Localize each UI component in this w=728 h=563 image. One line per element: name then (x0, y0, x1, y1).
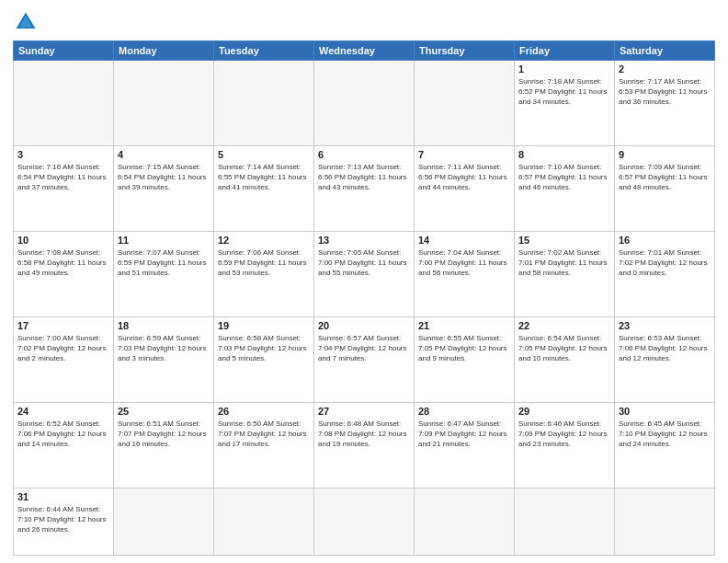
day-info: Sunrise: 7:16 AM Sunset: 6:54 PM Dayligh… (17, 162, 109, 193)
day-info: Sunrise: 7:13 AM Sunset: 6:56 PM Dayligh… (318, 162, 410, 193)
day-info: Sunrise: 7:02 AM Sunset: 7:01 PM Dayligh… (518, 247, 610, 279)
calendar-cell: 21Sunrise: 6:55 AM Sunset: 7:05 PM Dayli… (415, 316, 515, 402)
calendar-cell: 13Sunrise: 7:05 AM Sunset: 7:00 PM Dayli… (314, 231, 415, 316)
calendar-cell: 2Sunrise: 7:17 AM Sunset: 6:53 PM Daylig… (615, 61, 715, 146)
calendar-cell: 24Sunrise: 6:52 AM Sunset: 7:06 PM Dayli… (14, 402, 114, 488)
page: SundayMondayTuesdayWednesdayThursdayFrid… (0, 0, 728, 563)
weekday-header: Wednesday (314, 41, 415, 61)
day-number: 31 (17, 491, 109, 502)
day-info: Sunrise: 7:08 AM Sunset: 6:58 PM Dayligh… (17, 247, 109, 279)
day-info: Sunrise: 6:48 AM Sunset: 7:08 PM Dayligh… (318, 419, 410, 450)
calendar-cell (615, 488, 715, 555)
calendar-week-row: 31Sunrise: 6:44 AM Sunset: 7:10 PM Dayli… (14, 488, 715, 555)
day-info: Sunrise: 6:57 AM Sunset: 7:04 PM Dayligh… (318, 333, 410, 364)
day-number: 20 (318, 320, 410, 331)
calendar-cell: 3Sunrise: 7:16 AM Sunset: 6:54 PM Daylig… (14, 145, 114, 231)
day-number: 30 (619, 406, 711, 417)
day-number: 6 (318, 149, 410, 160)
calendar-cell: 6Sunrise: 7:13 AM Sunset: 6:56 PM Daylig… (314, 145, 415, 231)
day-info: Sunrise: 7:06 AM Sunset: 6:59 PM Dayligh… (218, 247, 310, 279)
calendar-cell: 19Sunrise: 6:58 AM Sunset: 7:03 PM Dayli… (214, 316, 314, 402)
calendar-cell: 14Sunrise: 7:04 AM Sunset: 7:00 PM Dayli… (415, 231, 515, 316)
day-number: 16 (619, 235, 711, 246)
day-number: 24 (17, 406, 109, 417)
day-number: 23 (619, 320, 711, 331)
calendar-cell: 30Sunrise: 6:45 AM Sunset: 7:10 PM Dayli… (615, 402, 715, 488)
day-number: 2 (619, 63, 711, 75)
day-info: Sunrise: 7:04 AM Sunset: 7:00 PM Dayligh… (418, 247, 510, 279)
logo (13, 9, 42, 35)
calendar-cell: 12Sunrise: 7:06 AM Sunset: 6:59 PM Dayli… (214, 231, 314, 316)
calendar-week-row: 3Sunrise: 7:16 AM Sunset: 6:54 PM Daylig… (14, 145, 715, 231)
day-number: 27 (318, 406, 410, 417)
day-info: Sunrise: 7:17 AM Sunset: 6:53 PM Dayligh… (619, 76, 711, 108)
weekday-header-row: SundayMondayTuesdayWednesdayThursdayFrid… (14, 41, 715, 61)
day-number: 22 (518, 320, 610, 331)
day-number: 13 (318, 235, 410, 246)
day-number: 17 (17, 320, 109, 331)
day-number: 28 (418, 406, 510, 417)
calendar-cell: 10Sunrise: 7:08 AM Sunset: 6:58 PM Dayli… (14, 231, 114, 316)
day-info: Sunrise: 6:44 AM Sunset: 7:10 PM Dayligh… (17, 504, 109, 535)
calendar-cell: 22Sunrise: 6:54 AM Sunset: 7:05 PM Dayli… (515, 316, 615, 402)
day-number: 8 (518, 149, 610, 160)
day-info: Sunrise: 7:10 AM Sunset: 6:57 PM Dayligh… (518, 162, 610, 193)
day-number: 1 (518, 63, 610, 75)
calendar-cell (415, 61, 515, 146)
day-info: Sunrise: 7:14 AM Sunset: 6:55 PM Dayligh… (218, 162, 310, 193)
calendar-cell: 26Sunrise: 6:50 AM Sunset: 7:07 PM Dayli… (214, 402, 314, 488)
calendar-cell: 18Sunrise: 6:59 AM Sunset: 7:03 PM Dayli… (114, 316, 214, 402)
day-number: 12 (218, 235, 310, 246)
calendar-cell (314, 488, 415, 555)
calendar-cell: 23Sunrise: 6:53 AM Sunset: 7:06 PM Dayli… (615, 316, 715, 402)
day-number: 7 (418, 149, 510, 160)
day-number: 29 (518, 406, 610, 417)
day-number: 18 (118, 320, 210, 331)
day-info: Sunrise: 6:54 AM Sunset: 7:05 PM Dayligh… (518, 333, 610, 364)
calendar-cell: 25Sunrise: 6:51 AM Sunset: 7:07 PM Dayli… (114, 402, 214, 488)
calendar-cell: 1Sunrise: 7:18 AM Sunset: 6:52 PM Daylig… (515, 61, 615, 146)
calendar-cell: 20Sunrise: 6:57 AM Sunset: 7:04 PM Dayli… (314, 316, 415, 402)
calendar-week-row: 17Sunrise: 7:00 AM Sunset: 7:02 PM Dayli… (14, 316, 715, 402)
weekday-header: Monday (114, 41, 214, 61)
weekday-header: Tuesday (214, 41, 314, 61)
day-info: Sunrise: 7:15 AM Sunset: 6:54 PM Dayligh… (118, 162, 210, 193)
day-info: Sunrise: 6:53 AM Sunset: 7:06 PM Dayligh… (619, 333, 711, 364)
calendar-cell (214, 488, 314, 555)
calendar-cell (114, 488, 214, 555)
calendar-cell (415, 488, 515, 555)
day-number: 19 (218, 320, 310, 331)
weekday-header: Friday (515, 41, 615, 61)
calendar-week-row: 24Sunrise: 6:52 AM Sunset: 7:06 PM Dayli… (14, 402, 715, 488)
calendar-cell: 4Sunrise: 7:15 AM Sunset: 6:54 PM Daylig… (114, 145, 214, 231)
calendar-cell: 16Sunrise: 7:01 AM Sunset: 7:02 PM Dayli… (615, 231, 715, 316)
day-number: 15 (518, 235, 610, 246)
day-info: Sunrise: 6:50 AM Sunset: 7:07 PM Dayligh… (218, 419, 310, 450)
day-number: 9 (619, 149, 711, 160)
day-info: Sunrise: 6:47 AM Sunset: 7:09 PM Dayligh… (418, 419, 510, 450)
day-info: Sunrise: 6:52 AM Sunset: 7:06 PM Dayligh… (17, 419, 109, 450)
day-info: Sunrise: 6:51 AM Sunset: 7:07 PM Dayligh… (118, 419, 210, 450)
calendar-cell: 27Sunrise: 6:48 AM Sunset: 7:08 PM Dayli… (314, 402, 415, 488)
day-number: 11 (118, 235, 210, 246)
calendar-cell: 7Sunrise: 7:11 AM Sunset: 6:56 PM Daylig… (415, 145, 515, 231)
day-number: 21 (418, 320, 510, 331)
day-number: 10 (17, 235, 109, 246)
calendar-cell: 9Sunrise: 7:09 AM Sunset: 6:57 PM Daylig… (615, 145, 715, 231)
day-number: 14 (418, 235, 510, 246)
day-info: Sunrise: 6:45 AM Sunset: 7:10 PM Dayligh… (619, 419, 711, 450)
day-info: Sunrise: 7:09 AM Sunset: 6:57 PM Dayligh… (619, 162, 711, 193)
day-number: 25 (118, 406, 210, 417)
day-info: Sunrise: 7:00 AM Sunset: 7:02 PM Dayligh… (17, 333, 109, 364)
day-info: Sunrise: 7:07 AM Sunset: 6:59 PM Dayligh… (118, 247, 210, 279)
calendar-week-row: 10Sunrise: 7:08 AM Sunset: 6:58 PM Dayli… (14, 231, 715, 316)
calendar: SundayMondayTuesdayWednesdayThursdayFrid… (13, 40, 715, 556)
day-info: Sunrise: 6:55 AM Sunset: 7:05 PM Dayligh… (418, 333, 510, 364)
day-number: 4 (118, 149, 210, 160)
weekday-header: Thursday (415, 41, 515, 61)
calendar-cell: 31Sunrise: 6:44 AM Sunset: 7:10 PM Dayli… (14, 488, 114, 555)
calendar-cell: 5Sunrise: 7:14 AM Sunset: 6:55 PM Daylig… (214, 145, 314, 231)
calendar-cell (114, 61, 214, 146)
calendar-cell: 11Sunrise: 7:07 AM Sunset: 6:59 PM Dayli… (114, 231, 214, 316)
day-number: 5 (218, 149, 310, 160)
